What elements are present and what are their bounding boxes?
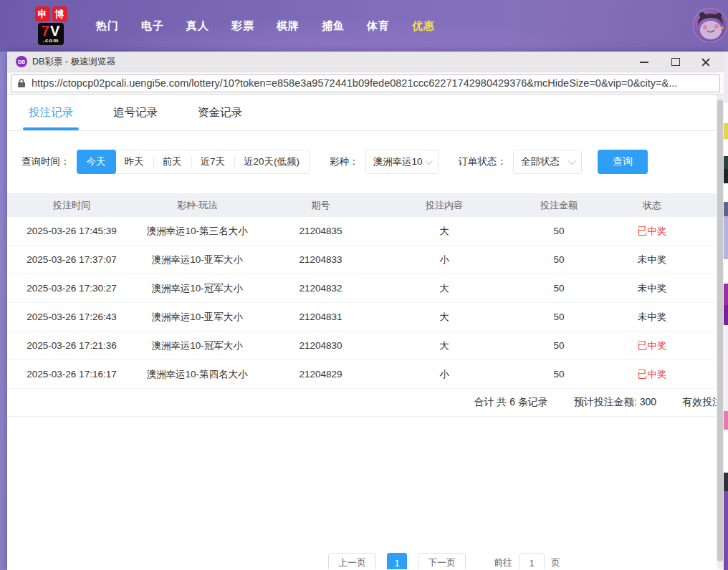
record-tabs: 投注记录追号记录资金记录 — [7, 95, 724, 131]
chevron-down-icon — [568, 157, 576, 165]
lock-icon — [17, 78, 26, 88]
logo-seven: 7 — [42, 23, 50, 39]
user-avatar[interactable] — [694, 9, 727, 42]
cell-game: 澳洲幸运10-亚军大小 — [129, 253, 265, 266]
cell-issue: 21204829 — [265, 369, 376, 380]
logo-main: 7V .com — [38, 23, 64, 45]
lottery-page: 投注记录追号记录资金记录 查询时间： 今天昨天前天近7天近20天(低频) 彩种：… — [7, 95, 724, 569]
table-row[interactable]: 2025-03-26 17:30:27澳洲幸运10-冠军大小21204832大5… — [7, 274, 724, 303]
cell-status: 未中奖 — [605, 282, 699, 295]
tab-fund-records[interactable]: 资金记录 — [198, 95, 242, 130]
logo-badge-shen: 申 — [35, 6, 50, 21]
column-header-2: 期号 — [265, 199, 376, 212]
browser-scrollbar[interactable] — [717, 95, 724, 569]
cell-status: 未中奖 — [605, 311, 699, 324]
current-page-button[interactable]: 1 — [387, 553, 407, 569]
cell-issue: 21204832 — [265, 283, 376, 294]
summary-expected-amount: 预计投注金额: 300 — [574, 396, 656, 409]
summary-row: 合计 共 6 条记录 预计投注金额: 300 有效投注金额 — [7, 389, 724, 417]
lottery-filter-label: 彩种： — [330, 155, 359, 168]
cell-status: 已中奖 — [605, 368, 699, 381]
table-row[interactable]: 2025-03-26 17:21:36澳洲幸运10-冠军大小21204830大5… — [7, 332, 724, 360]
prev-page-button[interactable]: 上一页 — [328, 553, 376, 569]
cell-game: 澳洲幸运10-亚军大小 — [129, 311, 265, 324]
goto-page-input[interactable] — [519, 553, 545, 569]
nav-item-hot[interactable]: 热门 — [95, 15, 120, 37]
table-row[interactable]: 2025-03-26 17:45:39澳洲幸运10-第三名大小21204835大… — [7, 217, 724, 246]
cell-content: 小 — [376, 368, 512, 381]
filter-bar: 查询时间： 今天昨天前天近7天近20天(低频) 彩种： 澳洲幸运10 订单状态：… — [21, 150, 724, 174]
table-row[interactable]: 2025-03-26 17:26:43澳洲幸运10-亚军大小21204831大5… — [7, 303, 724, 332]
nav-item-sports[interactable]: 体育 — [365, 15, 391, 37]
cell-content: 大 — [376, 282, 512, 295]
logo-domain: .com — [43, 38, 59, 44]
column-header-1: 彩种-玩法 — [129, 199, 265, 212]
cell-status: 未中奖 — [605, 253, 699, 266]
lottery-select-value: 澳洲幸运10 — [373, 155, 423, 168]
browser-url-bar: https://ctopcp02pcali.uengi5e.com/lotter… — [7, 72, 724, 95]
cell-time: 2025-03-26 17:37:07 — [14, 254, 129, 265]
site-top-bar: 申 博 7V .com 热门电子真人彩票棋牌捕鱼体育优惠 — [0, 0, 728, 52]
address-field[interactable]: https://ctopcp02pcali.uengi5e.com/lotter… — [11, 74, 720, 92]
table-body: 2025-03-26 17:45:39澳洲幸运10-第三名大小21204835大… — [7, 217, 724, 389]
search-button[interactable]: 查询 — [598, 150, 648, 174]
cell-issue: 21204833 — [265, 254, 376, 265]
tab-chase-records[interactable]: 追号记录 — [113, 95, 158, 130]
cell-time: 2025-03-26 17:21:36 — [14, 340, 129, 351]
minimize-icon[interactable] — [639, 57, 649, 67]
cell-game: 澳洲幸运10-第三名大小 — [129, 225, 265, 238]
cell-time: 2025-03-26 17:30:27 — [14, 283, 129, 294]
nav-item-fishing[interactable]: 捕鱼 — [320, 15, 346, 37]
nav-item-promo[interactable]: 优惠 — [411, 15, 436, 37]
table-row[interactable]: 2025-03-26 17:37:07澳洲幸运10-亚军大小21204833小5… — [7, 246, 724, 274]
time-option-4[interactable]: 近20天(低频) — [234, 150, 309, 173]
cell-issue: 21204830 — [265, 340, 376, 351]
cell-time: 2025-03-26 17:45:39 — [14, 226, 129, 236]
window-title-bar[interactable]: DB DB彩票 - 极速浏览器 — [7, 52, 724, 72]
cell-game: 澳洲幸运10-冠军大小 — [129, 339, 265, 352]
cell-content: 小 — [376, 253, 512, 266]
cell-game: 澳洲幸运10-冠军大小 — [129, 282, 265, 295]
pagination: 上一页 1 下一页 前往 页 — [328, 553, 560, 569]
table-row[interactable]: 2025-03-26 17:16:17澳洲幸运10-第四名大小21204829小… — [7, 360, 724, 389]
nav-item-slots[interactable]: 电子 — [140, 15, 166, 37]
maximize-icon[interactable] — [670, 57, 680, 67]
cell-status: 已中奖 — [605, 225, 699, 238]
close-icon[interactable] — [701, 57, 711, 67]
window-title: DB彩票 - 极速浏览器 — [32, 56, 115, 68]
cell-amount: 50 — [512, 226, 605, 236]
cell-time: 2025-03-26 17:26:43 — [14, 311, 129, 322]
column-header-5: 状态 — [605, 199, 699, 212]
cell-amount: 50 — [512, 311, 605, 322]
nav-item-lottery[interactable]: 彩票 — [230, 15, 256, 37]
cell-issue: 21204835 — [265, 226, 376, 236]
time-option-0[interactable]: 今天 — [77, 150, 116, 174]
column-header-4: 投注金额 — [512, 199, 605, 212]
summary-total: 合计 共 6 条记录 — [474, 396, 547, 409]
column-header-3: 投注内容 — [376, 199, 512, 212]
tab-bet-records[interactable]: 投注记录 — [29, 95, 73, 130]
cell-status: 已中奖 — [605, 339, 699, 352]
next-page-button[interactable]: 下一页 — [418, 553, 466, 569]
time-option-1[interactable]: 昨天 — [115, 150, 153, 173]
nav-item-live[interactable]: 真人 — [185, 15, 211, 37]
browser-window: DB DB彩票 - 极速浏览器 https://ctopcp02pcali.ue… — [7, 52, 724, 570]
scrollbar-thumb[interactable] — [717, 100, 723, 561]
order-status-select[interactable]: 全部状态 — [513, 150, 582, 174]
cell-amount: 50 — [512, 340, 605, 351]
table-header: 投注时间彩种-玩法期号投注内容投注金额状态 — [7, 193, 724, 217]
bet-records-table: 投注时间彩种-玩法期号投注内容投注金额状态 2025-03-26 17:45:3… — [7, 193, 724, 389]
background-page-edge — [724, 52, 728, 570]
site-logo[interactable]: 申 博 7V .com — [25, 6, 77, 45]
lottery-select[interactable]: 澳洲幸运10 — [365, 150, 439, 174]
cell-game: 澳洲幸运10-第四名大小 — [129, 368, 265, 381]
cell-amount: 50 — [512, 283, 605, 294]
time-option-2[interactable]: 前天 — [153, 150, 191, 173]
browser-favicon: DB — [16, 56, 27, 67]
time-option-3[interactable]: 近7天 — [191, 150, 235, 173]
logo-badge-bo: 博 — [52, 6, 67, 21]
logo-badges: 申 博 — [35, 6, 67, 21]
nav-item-cards[interactable]: 棋牌 — [275, 15, 301, 37]
main-nav: 热门电子真人彩票棋牌捕鱼体育优惠 — [95, 15, 436, 37]
chevron-down-icon — [424, 157, 432, 165]
